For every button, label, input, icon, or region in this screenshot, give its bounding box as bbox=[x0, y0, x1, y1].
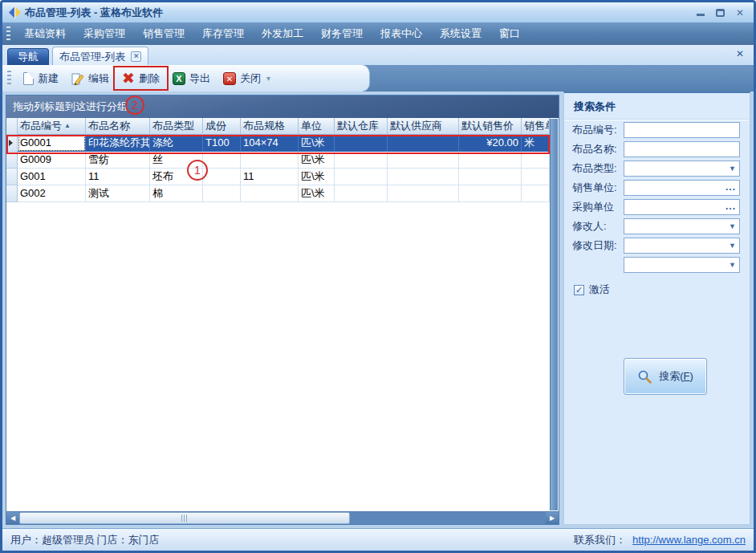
column-header-name[interactable]: 布品名称 bbox=[86, 118, 150, 135]
type-combobox[interactable]: ▼ bbox=[624, 161, 740, 177]
scroll-right-icon[interactable]: ▶ bbox=[546, 512, 559, 524]
cell-spec[interactable]: 104×74 bbox=[241, 135, 299, 152]
cell-sale-unit[interactable] bbox=[522, 169, 550, 185]
menu-item-base-data[interactable]: 基础资料 bbox=[15, 22, 75, 45]
row-selector-cell[interactable] bbox=[6, 169, 18, 185]
cell-spec[interactable] bbox=[241, 185, 299, 202]
modify-date-to-combobox[interactable]: ▼ bbox=[624, 257, 740, 273]
cell-sale-unit[interactable]: 米 bbox=[522, 135, 550, 152]
active-checkbox[interactable]: ✓ bbox=[574, 285, 584, 295]
cell-code[interactable]: G002 bbox=[18, 185, 86, 202]
modifier-combobox[interactable]: ▼ bbox=[624, 218, 740, 234]
cell-warehouse[interactable] bbox=[335, 169, 388, 185]
scrollbar-track[interactable] bbox=[350, 512, 546, 524]
group-by-bar[interactable]: 拖动列标题到这进行分组 bbox=[6, 96, 559, 118]
close-icon[interactable]: ✕ bbox=[736, 8, 744, 18]
ellipsis-icon[interactable]: ... bbox=[726, 201, 736, 212]
table-row[interactable]: G002 测试 棉 匹\米 bbox=[6, 185, 550, 202]
column-header-sale-unit[interactable]: 销售单位 bbox=[522, 118, 550, 135]
horizontal-scrollbar[interactable]: ◀ ▶ bbox=[6, 511, 559, 524]
column-header-warehouse[interactable]: 默认仓库 bbox=[335, 118, 388, 135]
cell-name[interactable]: 11 bbox=[86, 169, 150, 185]
tab-close-icon[interactable]: ✕ bbox=[131, 51, 141, 62]
column-header-code[interactable]: 布品编号 ▲ bbox=[18, 118, 86, 135]
cell-unit[interactable]: 匹\米 bbox=[299, 185, 335, 202]
cell-warehouse[interactable] bbox=[335, 152, 388, 169]
row-selector-cell[interactable] bbox=[6, 152, 18, 169]
cell-name[interactable]: 雪纺 bbox=[86, 152, 150, 169]
purchase-unit-picker[interactable]: ... bbox=[624, 199, 740, 215]
cell-supplier[interactable] bbox=[388, 169, 459, 185]
delete-button[interactable]: ✖ 删除 bbox=[116, 68, 166, 88]
cell-code[interactable]: G0001 bbox=[18, 135, 86, 152]
cell-sale-unit[interactable] bbox=[522, 185, 550, 202]
chevron-down-icon[interactable]: ▼ bbox=[729, 242, 736, 250]
cell-name[interactable]: 测试 bbox=[86, 185, 150, 202]
column-header-unit[interactable]: 单位 bbox=[299, 118, 335, 135]
sale-unit-picker[interactable]: ... bbox=[624, 180, 740, 196]
search-button[interactable]: 搜索(F) bbox=[624, 358, 707, 395]
cell-spec[interactable]: 11 bbox=[241, 169, 299, 185]
table-row[interactable]: G001 11 坯布 11 匹\米 bbox=[6, 169, 550, 185]
website-link[interactable]: http://www.lange.com.cn bbox=[632, 534, 746, 546]
cell-price[interactable] bbox=[459, 152, 522, 169]
menu-item-finance[interactable]: 财务管理 bbox=[312, 22, 372, 45]
row-selector-cell[interactable] bbox=[6, 185, 18, 202]
chevron-down-icon[interactable]: ▼ bbox=[729, 222, 736, 230]
cell-warehouse[interactable] bbox=[335, 185, 388, 202]
row-selector-cell[interactable] bbox=[6, 135, 18, 152]
cell-supplier[interactable] bbox=[388, 152, 459, 169]
edit-button[interactable]: 编辑 bbox=[65, 69, 116, 88]
new-button[interactable]: 新建 bbox=[17, 69, 65, 88]
column-header-spec[interactable]: 布品规格 bbox=[241, 118, 299, 135]
cell-price[interactable] bbox=[459, 169, 522, 185]
menu-item-window[interactable]: 窗口 bbox=[490, 22, 529, 45]
menu-item-reports[interactable]: 报表中心 bbox=[372, 22, 431, 45]
scroll-left-icon[interactable]: ◀ bbox=[6, 512, 19, 524]
ellipsis-icon[interactable]: ... bbox=[726, 181, 736, 193]
table-row-selected[interactable]: G0001 印花涤纶乔其 涤纶 T100 104×74 匹\米 ¥20.00 米 bbox=[6, 135, 550, 152]
cell-warehouse[interactable] bbox=[335, 135, 388, 152]
cell-code[interactable]: G0009 bbox=[18, 152, 86, 169]
cell-unit[interactable]: 匹\米 bbox=[299, 169, 335, 185]
vertical-scrollbar[interactable] bbox=[550, 119, 558, 510]
tab-navigation[interactable]: 导航 bbox=[7, 48, 49, 65]
menu-item-settings[interactable]: 系统设置 bbox=[431, 22, 490, 45]
cell-type[interactable]: 坯布 bbox=[150, 169, 203, 185]
table-row[interactable]: G0009 雪纺 丝 匹\米 bbox=[6, 152, 550, 169]
cell-unit[interactable]: 匹\米 bbox=[299, 135, 335, 152]
name-input[interactable] bbox=[624, 142, 739, 157]
cell-supplier[interactable] bbox=[388, 135, 459, 152]
cell-type[interactable]: 涤纶 bbox=[150, 135, 203, 152]
column-header-price[interactable]: 默认销售价 bbox=[459, 118, 522, 135]
column-header-type[interactable]: 布品类型 bbox=[150, 118, 203, 135]
close-tab-button[interactable]: ✕ 关闭 ▾ bbox=[217, 69, 277, 88]
column-header-composition[interactable]: 成份 bbox=[203, 118, 241, 135]
tab-fabric-list[interactable]: 布品管理-列表 ✕ bbox=[52, 47, 148, 65]
chevron-down-icon[interactable]: ▼ bbox=[729, 165, 736, 173]
cell-sale-unit[interactable] bbox=[522, 152, 550, 169]
cell-supplier[interactable] bbox=[388, 185, 459, 202]
scrollbar-thumb[interactable] bbox=[19, 512, 350, 524]
cell-composition[interactable] bbox=[203, 185, 241, 202]
cell-price[interactable]: ¥20.00 bbox=[459, 135, 522, 152]
minimize-icon[interactable] bbox=[697, 14, 705, 16]
cell-price[interactable] bbox=[459, 185, 522, 202]
menu-item-sales[interactable]: 销售管理 bbox=[134, 22, 193, 45]
menu-item-outsourcing[interactable]: 外发加工 bbox=[253, 22, 312, 45]
cell-composition[interactable]: T100 bbox=[203, 135, 241, 152]
menu-item-purchase[interactable]: 采购管理 bbox=[75, 22, 134, 45]
export-button[interactable]: X 导出 bbox=[166, 69, 217, 88]
code-input[interactable] bbox=[624, 123, 739, 137]
maximize-icon[interactable] bbox=[716, 9, 725, 17]
cell-unit[interactable]: 匹\米 bbox=[299, 152, 335, 169]
column-header-supplier[interactable]: 默认供应商 bbox=[388, 118, 459, 135]
chevron-down-icon[interactable]: ▾ bbox=[266, 74, 270, 83]
cell-composition[interactable] bbox=[203, 152, 241, 169]
cell-composition[interactable] bbox=[203, 169, 241, 185]
menu-item-inventory[interactable]: 库存管理 bbox=[193, 22, 253, 45]
cell-type[interactable]: 棉 bbox=[150, 185, 203, 202]
cell-code[interactable]: G001 bbox=[18, 169, 86, 185]
cell-spec[interactable] bbox=[241, 152, 299, 169]
chevron-down-icon[interactable]: ▼ bbox=[729, 261, 736, 269]
